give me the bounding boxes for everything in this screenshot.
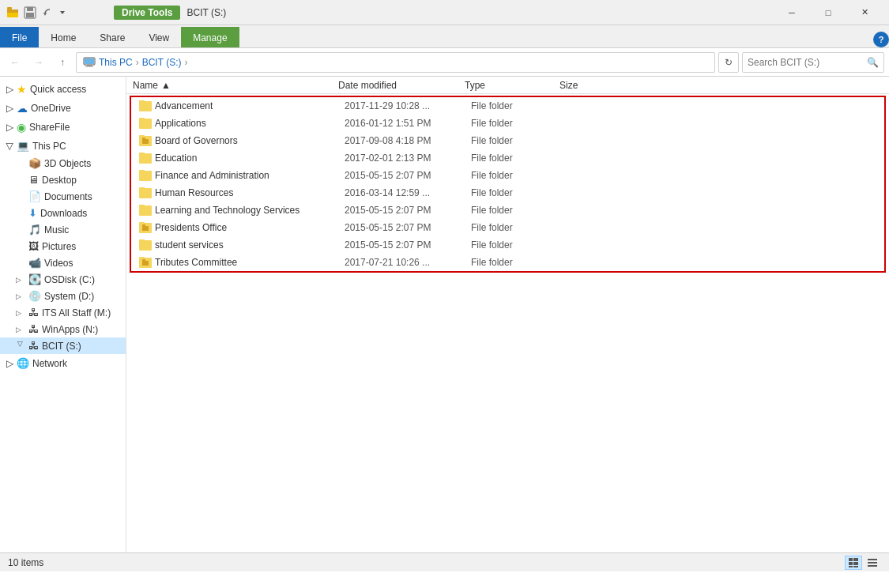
sidebar-item-onedrive[interactable]: ▷ ☁ OneDrive (0, 99, 126, 118)
tab-file[interactable]: File (0, 27, 39, 47)
close-button[interactable]: ✕ (846, 0, 883, 25)
tab-view[interactable]: View (137, 27, 181, 47)
sidebar-item-pictures[interactable]: 🖼 Pictures (0, 238, 126, 254)
help-icon[interactable]: ? (873, 32, 889, 47)
ribbon-tabs: File Home Share View Manage ? (0, 25, 889, 47)
osdisk-icon: 💽 (28, 273, 41, 285)
sidebar-item-music[interactable]: 🎵 Music (0, 221, 126, 238)
file-name-cell: Board of Governors (133, 135, 338, 146)
up-button[interactable]: ↑ (52, 52, 73, 73)
sidebar-item-bcit[interactable]: ▷ 🖧 BCIT (S:) (0, 337, 126, 354)
file-list: Advancement 2017-11-29 10:28 ... File fo… (126, 94, 889, 552)
file-row[interactable]: Presidents Office 2015-05-15 2:07 PM Fil… (131, 219, 884, 236)
column-header-type[interactable]: Type (458, 77, 553, 93)
file-row[interactable]: Learning and Technology Services 2015-05… (131, 202, 884, 219)
sidebar-label-quick-access: Quick access (30, 84, 86, 95)
sidebar-label-onedrive: OneDrive (31, 103, 71, 114)
path-this-pc[interactable]: This PC (99, 57, 133, 68)
sidebar-label-osdisk: OSDisk (C:) (44, 274, 95, 285)
minimize-button[interactable]: ─ (774, 0, 810, 25)
drive-tools-label[interactable]: Drive Tools (114, 6, 180, 20)
sidebar-item-videos[interactable]: 📹 Videos (0, 254, 126, 271)
tab-home[interactable]: Home (39, 27, 88, 47)
sidebar-item-3d-objects[interactable]: 📦 3D Objects (0, 155, 126, 172)
folder-icon (139, 240, 152, 251)
expand-arrow: ▷ (6, 84, 13, 95)
path-sep-2: › (184, 57, 187, 68)
tab-share[interactable]: Share (88, 27, 137, 47)
file-date-cell: 2015-05-15 2:07 PM (338, 205, 465, 216)
refresh-button[interactable]: ↻ (718, 52, 739, 73)
search-box[interactable]: 🔍 (742, 52, 884, 73)
view-details-button[interactable] (845, 556, 862, 570)
tab-manage[interactable]: Manage (181, 27, 239, 47)
sidebar-item-network[interactable]: ▷ 🌐 Network (0, 354, 126, 372)
file-name: Advancement (155, 100, 213, 111)
search-icon: 🔍 (867, 57, 879, 68)
file-row[interactable]: Tributes Committee 2017-07-21 10:26 ... … (131, 254, 884, 271)
search-input[interactable] (748, 57, 867, 68)
svg-rect-18 (849, 558, 853, 561)
sidebar-item-system[interactable]: ▷ 💿 System (D:) (0, 288, 126, 304)
view-list-button[interactable] (864, 556, 881, 570)
folder-special-icon (139, 258, 152, 268)
forward-button[interactable]: → (28, 52, 49, 73)
sidebar-item-sharefile[interactable]: ▷ ◉ ShareFile (0, 118, 126, 137)
file-row[interactable]: Applications 2016-01-12 1:51 PM File fol… (131, 115, 884, 132)
bcit-drive-icon: 🖧 (28, 340, 39, 352)
svg-rect-12 (142, 139, 149, 144)
sidebar-item-winapps[interactable]: ▷ 🖧 WinApps (N:) (0, 321, 126, 337)
file-row[interactable]: Finance and Administration 2015-05-15 2:… (131, 167, 884, 184)
quick-access-undo[interactable] (41, 6, 54, 19)
file-date-cell: 2016-01-12 1:51 PM (338, 118, 465, 129)
svg-rect-13 (142, 138, 145, 140)
file-name-cell: Human Resources (133, 187, 338, 198)
sidebar-item-documents[interactable]: 📄 Documents (0, 188, 126, 205)
file-row[interactable]: Board of Governors 2017-09-08 4:18 PM Fi… (131, 132, 884, 149)
folder-icon (139, 101, 152, 111)
file-name-cell: Education (133, 153, 338, 164)
file-row[interactable]: Education 2017-02-01 2:13 PM File folder (131, 149, 884, 167)
sidebar-label-network: Network (32, 358, 67, 369)
folder-special-icon (139, 223, 152, 233)
file-row[interactable]: Human Resources 2016-03-14 12:59 ... Fil… (131, 184, 884, 202)
sidebar-item-this-pc[interactable]: ▷ 💻 This PC (0, 137, 126, 155)
file-name-cell: Tributes Committee (133, 257, 338, 268)
music-icon: 🎵 (28, 224, 41, 236)
sidebar-label-bcit: BCIT (S:) (42, 341, 81, 352)
svg-marker-6 (43, 13, 47, 16)
file-name: Tributes Committee (155, 257, 237, 268)
drive-tools-tab: Drive Tools BCIT (S:) (114, 6, 226, 20)
address-path[interactable]: This PC › BCIT (S:) › (76, 52, 715, 73)
expand-arrow: ▷ (16, 276, 25, 284)
svg-rect-11 (85, 66, 93, 66)
main-layout: ▷ ★ Quick access ▷ ☁ OneDrive ▷ ◉ ShareF… (0, 77, 889, 552)
file-name: student services (155, 239, 224, 251)
sharefile-icon: ◉ (17, 121, 26, 134)
maximize-button[interactable]: □ (810, 0, 846, 25)
file-row[interactable]: student services 2015-05-15 2:07 PM File… (131, 236, 884, 254)
sidebar-label-downloads: Downloads (40, 208, 87, 219)
file-name-cell: Presidents Office (133, 222, 338, 233)
folder-icon (139, 171, 152, 181)
sidebar-item-its-all-staff[interactable]: ▷ 🖧 ITS All Staff (M:) (0, 304, 126, 321)
expand-arrow: ▷ (5, 142, 16, 149)
file-date-cell: 2015-05-15 2:07 PM (338, 222, 465, 233)
customize-toolbar[interactable] (58, 6, 66, 19)
file-row[interactable]: Advancement 2017-11-29 10:28 ... File fo… (131, 97, 884, 115)
sidebar-item-downloads[interactable]: ⬇ Downloads (0, 205, 126, 221)
column-header-date[interactable]: Date modified (332, 77, 458, 93)
sidebar-label-winapps: WinApps (N:) (42, 324, 98, 335)
file-date-cell: 2017-09-08 4:18 PM (338, 135, 465, 146)
sidebar-item-osdisk[interactable]: ▷ 💽 OSDisk (C:) (0, 271, 126, 288)
column-header-name[interactable]: Name ▲ (126, 77, 332, 93)
sidebar-item-quick-access[interactable]: ▷ ★ Quick access (0, 80, 126, 99)
quick-access-save[interactable] (24, 6, 36, 19)
column-header-size[interactable]: Size (553, 77, 616, 93)
file-date-cell: 2017-07-21 10:26 ... (338, 257, 465, 268)
file-type-cell: File folder (465, 135, 559, 146)
back-button[interactable]: ← (5, 52, 25, 73)
sidebar-item-desktop[interactable]: 🖥 Desktop (0, 172, 126, 188)
path-bcit[interactable]: BCIT (S:) (142, 57, 182, 68)
computer-icon: 💻 (17, 140, 29, 152)
